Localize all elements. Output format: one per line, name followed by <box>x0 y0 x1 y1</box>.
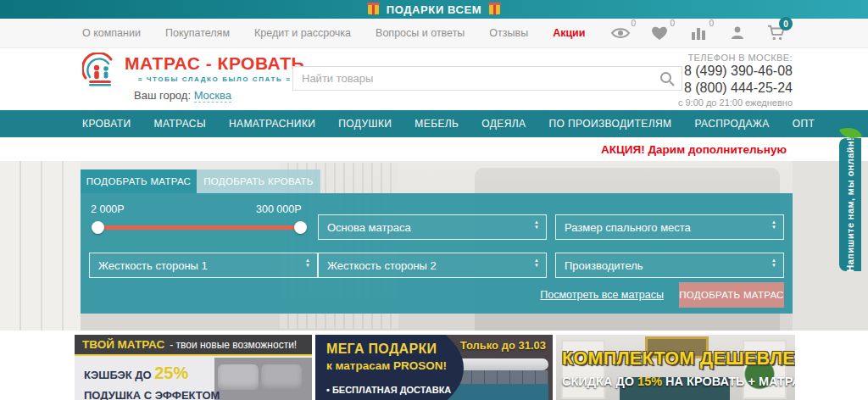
city-selector: Ваш город: Москва <box>134 89 231 102</box>
cashback-percent: 25% <box>154 364 188 382</box>
price-range-slider[interactable] <box>97 225 301 230</box>
logo-mark-icon <box>82 53 120 88</box>
firmness-side2-select[interactable]: Жесткость стороны 2 <box>319 253 546 277</box>
tab-pick-mattress[interactable]: ПОДОБРАТЬ МАТРАС <box>81 169 197 193</box>
banner-bundle-subtitle: СКИДКА ДО 15% НА КРОВАТЬ + МАТРАС <box>562 375 795 388</box>
phones-label: ТЕЛЕФОН В МОСКВЕ: <box>678 53 793 63</box>
banner-bundle-discount[interactable]: КОМПЛЕКТОМ ДЕШЕВЛЕ! СКИДКА ДО 15% НА КРО… <box>556 335 795 400</box>
banner-cashback-offer: КЭШБЭК ДО 25% <box>84 364 188 383</box>
city-link[interactable]: Москва <box>194 89 231 103</box>
nav-item-wholesale[interactable]: ОПТ <box>793 118 815 130</box>
viewed-icon[interactable]: 0 <box>611 24 630 42</box>
compare-icon[interactable]: 0 <box>689 24 708 42</box>
hero-section: ПОДОБРАТЬ МАТРАС ПОДОБРАТЬ КРОВАТЬ 2 000… <box>0 161 868 331</box>
banner-proson-gifts[interactable]: МЕГА ПОДАРКИ к матрасам PROSON! Только д… <box>315 335 553 400</box>
nav-item-pillows[interactable]: ПОДУШКИ <box>338 118 392 130</box>
discount-percent: 15% <box>637 375 662 388</box>
working-hours: с 9:00 до 21:00 ежедневно <box>678 97 793 108</box>
bed-size-select[interactable]: Размер спального места <box>556 215 783 239</box>
promo-line-text[interactable]: АКЦИЯ! Дарим дополнительную <box>601 143 787 156</box>
phone-number-1[interactable]: 8 (499) 390-46-08 <box>678 63 793 80</box>
price-min-label: 2 000Р <box>91 203 125 215</box>
favorites-count: 0 <box>670 19 675 28</box>
banner-proson-title1: МЕГА ПОДАРКИ <box>326 342 437 357</box>
banner-proson-bullet: • БЕСПЛАТНАЯ ДОСТАВКА <box>326 385 451 395</box>
nav-item-blankets[interactable]: ОДЕЯЛА <box>481 118 526 130</box>
filter-actions: Посмотреть все матрасы ПОДОБРАТЬ МАТРАС <box>540 282 784 308</box>
banner-proson-title2: к матрасам PROSON! <box>326 359 447 372</box>
compare-count: 0 <box>709 19 714 28</box>
search-input[interactable] <box>293 67 682 90</box>
price-max-label: 300 000Р <box>256 203 302 215</box>
bed-frame-graphic <box>447 384 548 400</box>
firmness-side1-select[interactable]: Жесткость стороны 1 <box>90 253 317 277</box>
cart-icon[interactable]: 0 <box>767 24 786 42</box>
gift-icon <box>368 5 379 14</box>
price-slider-handle-max[interactable] <box>294 221 307 234</box>
pick-mattress-button[interactable]: ПОДОБРАТЬ МАТРАС <box>679 282 784 308</box>
viewed-count: 0 <box>631 19 636 28</box>
top-menu-reviews[interactable]: Отзывы <box>489 27 528 39</box>
price-slider-handle-min[interactable] <box>92 221 104 234</box>
select-mattress-base: Основа матраса ▲▼ <box>318 214 547 240</box>
banner-proson-deadline: Только до 31.03 <box>460 339 546 352</box>
nav-item-mattresses[interactable]: МАТРАСЫ <box>154 118 206 130</box>
pillow-graphic <box>218 364 259 390</box>
tab-pick-bed[interactable]: ПОДОБРАТЬ КРОВАТЬ <box>197 169 320 193</box>
manufacturer-select[interactable]: Производитель <box>556 253 783 277</box>
banner-cashback-subtitle: - твои новые возможности! <box>170 339 297 351</box>
nav-item-mattress-covers[interactable]: НАМАТРАСНИКИ <box>229 118 315 130</box>
city-label: Ваш город: <box>134 89 194 102</box>
nav-item-furniture[interactable]: МЕБЕЛЬ <box>415 118 459 130</box>
mattress-base-select[interactable]: Основа матраса <box>319 215 546 239</box>
phone-number-2[interactable]: 8 (800) 444-25-24 <box>678 80 793 97</box>
top-menu-buyers[interactable]: Покупателям <box>165 27 230 39</box>
contact-block: ТЕЛЕФОН В МОСКВЕ: 8 (499) 390-46-08 8 (8… <box>678 53 793 108</box>
banner-cashback[interactable]: ТВОЙ МАТРАС - твои новые возможности! КЭ… <box>75 335 312 400</box>
nav-item-by-manufacturer[interactable]: ПО ПРОИЗВОДИТЕЛЯМ <box>549 118 672 130</box>
account-icon[interactable] <box>728 24 747 42</box>
top-menu-about[interactable]: О компании <box>82 27 141 39</box>
site-header: МАТРАС - КРОВАТЬ = ЧТОБЫ СЛАДКО БЫЛО СПА… <box>0 48 868 110</box>
select-firmness-side1: Жесткость стороны 1 ▲▼ <box>89 253 318 278</box>
top-menu-credit[interactable]: Кредит и рассрочка <box>254 27 351 39</box>
logo-tagline: = ЧТОБЫ СЛАДКО БЫЛО СПАТЬ = <box>125 75 304 83</box>
top-menu: О компании Покупателям Кредит и рассрочк… <box>82 19 586 47</box>
select-firmness-side2: Жесткость стороны 2 ▲▼ <box>318 253 547 278</box>
select-bed-size: Размер спального места ▲▼ <box>555 214 784 240</box>
pillow-graphic <box>261 364 302 390</box>
nav-item-sale[interactable]: РАСПРОДАЖА <box>694 118 769 130</box>
view-all-mattresses-link[interactable]: Посмотреть все матрасы <box>540 289 664 301</box>
chat-widget-tab[interactable]: Напишите нам, мы онлайн! <box>839 138 861 271</box>
banner-cashback-title: ТВОЙ МАТРАС <box>82 338 164 351</box>
promo-line: АКЦИЯ! Дарим дополнительную <box>0 137 868 161</box>
search-icon[interactable] <box>659 71 675 90</box>
banner-cashback-header: ТВОЙ МАТРАС - твои новые возможности! <box>75 335 312 356</box>
main-category-nav: КРОВАТИ МАТРАСЫ НАМАТРАСНИКИ ПОДУШКИ МЕБ… <box>0 110 868 137</box>
hero-background-wardrobe <box>0 161 81 331</box>
cart-count-badge: 0 <box>779 17 793 31</box>
mattress-filter-panel: 2 000Р 300 000Р Основа матраса ▲▼ Размер… <box>81 193 793 314</box>
top-utility-bar: О компании Покупателям Кредит и рассрочк… <box>0 19 868 48</box>
gift-icon <box>489 5 500 14</box>
select-manufacturer: Производитель ▲▼ <box>555 253 784 278</box>
gift-promo-banner[interactable]: ПОДАРКИ ВСЕМ <box>0 0 868 19</box>
header-icon-group: 0 0 0 0 <box>611 19 786 47</box>
top-menu-promotions[interactable]: Акции <box>553 27 585 39</box>
banner-cashback-line2: ПОДУШКА С ЭФФЕКТОМ <box>84 389 220 400</box>
banner-cashback-image <box>214 358 312 400</box>
nav-item-beds[interactable]: КРОВАТИ <box>82 118 131 130</box>
favorites-icon[interactable]: 0 <box>650 24 669 42</box>
chat-widget-label: Напишите нам, мы онлайн! <box>845 137 855 272</box>
top-menu-faq[interactable]: Вопросы и ответы <box>376 27 465 39</box>
site-logo[interactable]: МАТРАС - КРОВАТЬ = ЧТОБЫ СЛАДКО БЫЛО СПА… <box>82 53 304 88</box>
banner-bundle-title: КОМПЛЕКТОМ ДЕШЕВЛЕ! <box>562 348 791 369</box>
gift-promo-text: ПОДАРКИ ВСЕМ <box>387 3 481 16</box>
search-box <box>292 66 682 91</box>
logo-title: МАТРАС - КРОВАТЬ <box>125 53 304 75</box>
